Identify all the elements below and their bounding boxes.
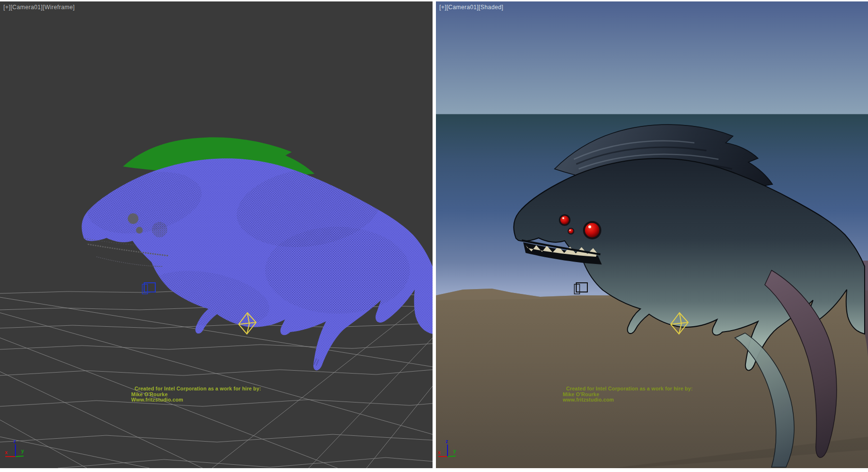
viewport-menu-button[interactable]: [+] (439, 4, 447, 11)
axis-x-label: x (5, 450, 8, 455)
viewport-shaded[interactable]: [+][Camera01][Shaded] (436, 1, 868, 468)
axis-y-label: y (453, 448, 456, 454)
viewport-label: [+][Camera01][Shaded] (439, 4, 503, 11)
camera-menu[interactable]: [Camera01] (11, 4, 43, 11)
fish-wireframe-texture (0, 154, 433, 376)
viewport-wireframe[interactable]: [+][Camera01][Wireframe] (0, 1, 433, 468)
shading-menu[interactable]: [Wireframe] (43, 4, 75, 11)
shading-menu[interactable]: [Shaded] (479, 4, 503, 11)
axis-tripod: x z y (436, 438, 470, 467)
credit-text: Created for Intel Corporation as a work … (563, 386, 692, 403)
axis-z-label: z (446, 439, 448, 444)
ground-grid (0, 289, 433, 468)
axis-z-label: z (14, 439, 16, 444)
credit-text: Created for Intel Corporation as a work … (131, 386, 261, 403)
axis-x-label: x (438, 450, 441, 455)
axis-tripod: x z y (0, 438, 34, 467)
viewport-menu-button[interactable]: [+] (3, 4, 11, 11)
axis-y-label: y (21, 448, 24, 454)
viewport-label: [+][Camera01][Wireframe] (3, 4, 75, 11)
camera-menu[interactable]: [Camera01] (447, 4, 479, 11)
selection-rect-gizmo[interactable] (142, 283, 155, 294)
